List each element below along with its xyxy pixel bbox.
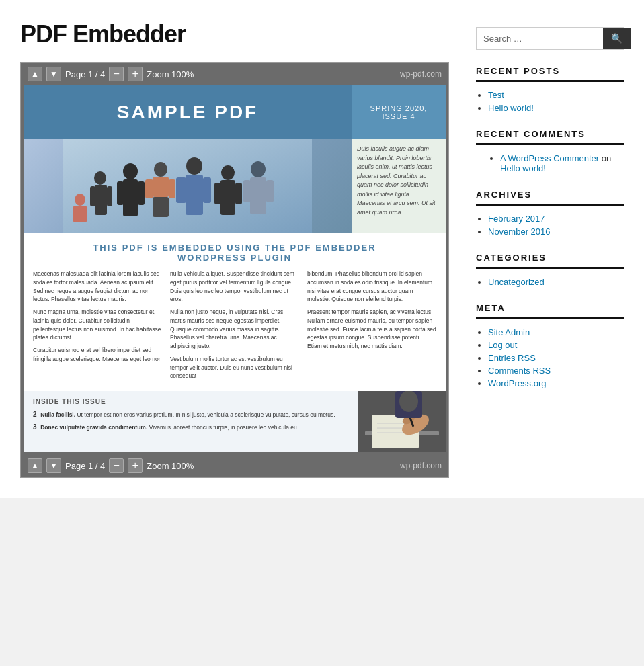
svg-point-1: [94, 171, 106, 185]
pdf-col2-p2: Nulla non justo neque, in vulputate nisi…: [170, 308, 299, 351]
svg-rect-7: [117, 181, 124, 205]
pdf-issue-item-2: 3 Donec vulputate gravida condimentum. V…: [33, 422, 349, 432]
svg-point-14: [186, 157, 202, 175]
list-item: Log out: [488, 340, 624, 350]
sidebar-recent-posts: RECENT POSTS Test Hello world!: [476, 66, 624, 113]
search-button[interactable]: 🔍: [603, 28, 631, 49]
pdf-watermark-top: wp-pdf.com: [400, 69, 442, 79]
archive-nov-2016[interactable]: November 2016: [488, 226, 551, 237]
pdf-col2-p3: Vestibulum mollis tortor ac est vestibul…: [170, 355, 299, 380]
svg-point-9: [154, 162, 167, 177]
site-title: PDF Embedder: [20, 20, 449, 48]
pdf-col3-p1: bibendum. Phasellus bibendum orci id sap…: [307, 269, 436, 304]
pdf-nav-up-btn[interactable]: ▲: [28, 67, 42, 81]
svg-rect-15: [186, 175, 203, 215]
svg-rect-8: [138, 181, 145, 205]
list-item: November 2016: [488, 226, 624, 237]
svg-rect-20: [214, 183, 221, 204]
main-content: PDF Embedder ▲ ▼ Page 1 / 4 − + Zoom 100…: [20, 20, 449, 478]
pdf-embedded-heading-line1: THIS PDF IS EMBEDDED USING THE PDF EMBED…: [37, 243, 432, 253]
page-wrapper: PDF Embedder ▲ ▼ Page 1 / 4 − + Zoom 100…: [0, 0, 644, 498]
comment-post[interactable]: Hello world!: [500, 163, 546, 173]
svg-point-5: [123, 163, 138, 179]
meta-wordpress-org[interactable]: WordPress.org: [488, 378, 546, 388]
list-item: Entries RSS: [488, 353, 624, 363]
svg-rect-25: [266, 180, 274, 202]
pdf-inside-issue: INSIDE THIS ISSUE 2 Nulla facilisi. Ut t…: [24, 391, 358, 452]
sidebar-archives-list: February 2017 November 2016: [476, 214, 624, 237]
pdf-issue-bold-2: Donec vulputate gravida condimentum.: [40, 424, 147, 431]
pdf-header-section: SAMPLE PDF SPRING 2020, ISSUE 4: [24, 85, 446, 139]
meta-log-out[interactable]: Log out: [488, 340, 517, 350]
svg-point-22: [251, 161, 266, 177]
svg-rect-13: [169, 179, 175, 198]
svg-point-18: [221, 165, 235, 180]
svg-point-39: [399, 391, 418, 412]
pdf-nav-up-btn-bottom[interactable]: ▲: [28, 458, 42, 473]
list-item: WordPress.org: [488, 378, 624, 388]
list-item: Hello world!: [488, 103, 624, 113]
pdf-zoom-minus-btn-bottom[interactable]: −: [109, 458, 124, 473]
archive-feb-2017[interactable]: February 2017: [488, 214, 545, 224]
pdf-zoom-plus-btn-bottom[interactable]: +: [128, 458, 143, 473]
pdf-col-3: bibendum. Phasellus bibendum orci id sap…: [307, 269, 436, 384]
pdf-people-image: [24, 139, 352, 233]
sidebar-archives: ARCHIVES February 2017 November 2016: [476, 190, 624, 237]
pdf-col-2: nulla vehicula aliquet. Suspendisse tinc…: [170, 269, 299, 384]
svg-rect-3: [90, 186, 95, 206]
svg-rect-19: [220, 180, 235, 215]
sidebar-comments-list: A WordPress Commenter on Hello world!: [488, 153, 624, 173]
pdf-zoom-info-bottom: Zoom 100%: [147, 461, 194, 471]
pdf-viewer: ▲ ▼ Page 1 / 4 − + Zoom 100% wp-pdf.com …: [20, 62, 449, 478]
pdf-zoom-minus-btn[interactable]: −: [109, 67, 124, 81]
svg-rect-12: [145, 179, 153, 198]
sidebar-archives-title: ARCHIVES: [476, 190, 624, 206]
pdf-nav-down-btn-bottom[interactable]: ▼: [46, 458, 61, 473]
sidebar-comment-item: A WordPress Commenter on Hello world!: [488, 153, 624, 173]
svg-rect-24: [243, 180, 251, 202]
pdf-image-text: Duis iaculis augue ac diam varius blandi…: [357, 145, 436, 216]
list-item: February 2017: [488, 214, 624, 224]
comment-author[interactable]: A WordPress Commenter: [500, 153, 599, 163]
svg-rect-23: [250, 177, 266, 214]
pdf-col1-p1: Maecenas malesuada elit lacinia lorem ia…: [33, 269, 162, 304]
pdf-image-section: Duis iaculis augue ac diam varius blandi…: [24, 139, 446, 233]
meta-site-admin[interactable]: Site Admin: [488, 327, 530, 337]
pdf-inside-title: INSIDE THIS ISSUE: [33, 398, 349, 405]
pdf-issue-num-1: 2: [33, 411, 40, 418]
search-form: 🔍: [476, 27, 624, 50]
meta-comments-rss[interactable]: Comments RSS: [488, 366, 551, 376]
pdf-nav-down-btn[interactable]: ▼: [46, 67, 61, 81]
sidebar: 🔍 RECENT POSTS Test Hello world! RECENT …: [476, 20, 624, 478]
sidebar-categories: CATEGORIES Uncategorized: [476, 253, 624, 287]
meta-entries-rss[interactable]: Entries RSS: [488, 353, 536, 363]
svg-rect-27: [73, 206, 87, 222]
recent-post-hello[interactable]: Hello world!: [488, 103, 534, 113]
sidebar-search: 🔍: [476, 20, 624, 50]
pdf-toolbar-left: ▲ ▼ Page 1 / 4 − + Zoom 100%: [28, 67, 396, 81]
pdf-content: SAMPLE PDF SPRING 2020, ISSUE 4: [24, 85, 446, 452]
svg-rect-10: [153, 177, 169, 197]
svg-rect-17: [203, 177, 211, 203]
list-item: Site Admin: [488, 327, 624, 337]
sidebar-categories-list: Uncategorized: [476, 277, 624, 287]
pdf-columns: Maecenas malesuada elit lacinia lorem ia…: [24, 269, 446, 391]
sidebar-meta-title: META: [476, 303, 624, 319]
pdf-header-title: SAMPLE PDF: [117, 101, 258, 123]
list-item: Test: [488, 90, 624, 100]
pdf-toolbar-bottom-left: ▲ ▼ Page 1 / 4 − + Zoom 100%: [28, 458, 396, 473]
pdf-issue-num-2: 3: [33, 423, 40, 431]
pdf-zoom-plus-btn[interactable]: +: [128, 67, 143, 81]
comment-on: on: [602, 153, 611, 163]
pdf-bottom-section: INSIDE THIS ISSUE 2 Nulla facilisi. Ut t…: [24, 391, 446, 452]
pdf-text-box: Duis iaculis augue ac diam varius blandi…: [352, 139, 446, 233]
list-item: A WordPress Commenter on Hello world!: [500, 153, 624, 173]
category-uncategorized[interactable]: Uncategorized: [488, 277, 545, 287]
sidebar-meta-list: Site Admin Log out Entries RSS Comments …: [476, 327, 624, 388]
pdf-header-right: SPRING 2020, ISSUE 4: [352, 85, 446, 139]
pdf-toolbar-top: ▲ ▼ Page 1 / 4 − + Zoom 100% wp-pdf.com: [21, 63, 448, 85]
recent-post-test[interactable]: Test: [488, 90, 504, 100]
search-input[interactable]: [477, 28, 603, 49]
pdf-bottom-image: [358, 391, 446, 452]
sidebar-recent-posts-list: Test Hello world!: [476, 90, 624, 113]
